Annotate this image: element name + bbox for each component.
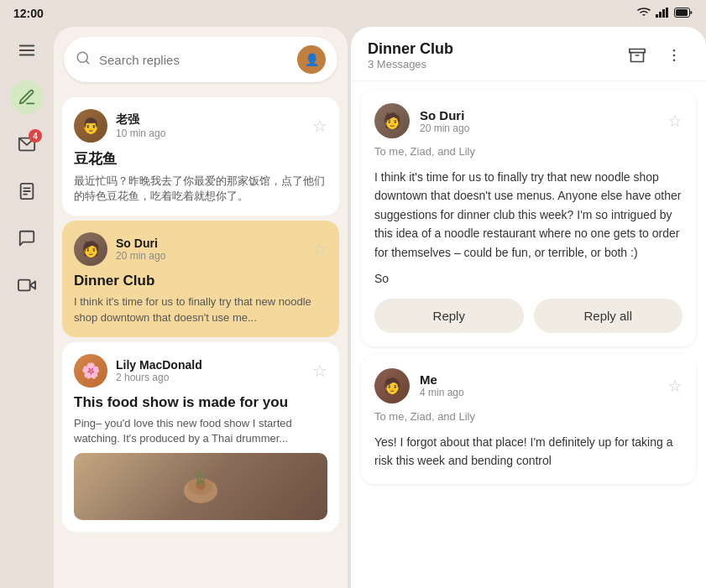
svg-line-18 xyxy=(86,60,88,63)
thread-actions xyxy=(622,40,689,70)
message-title: This food show is made for you xyxy=(74,394,327,411)
avatar: 🧑 xyxy=(374,103,410,138)
list-item[interactable]: 👨 老强 10 min ago ☆ 豆花鱼 最近忙吗？昨晚我去了你最爱的那家饭馆… xyxy=(62,97,339,216)
main-container: 4 xyxy=(0,27,706,588)
sidebar-item-menu[interactable] xyxy=(10,34,44,67)
svg-rect-6 xyxy=(676,9,688,16)
thread-message: 🧑 So Duri 20 min ago ☆ To me, Ziad, and … xyxy=(361,90,696,346)
search-bar: 👤 xyxy=(64,37,337,82)
message-title: Dinner Club xyxy=(74,273,327,289)
message-time: 2 hours ago xyxy=(116,372,304,383)
svg-rect-16 xyxy=(18,280,30,291)
svg-point-29 xyxy=(673,60,676,62)
avatar: 🌸 xyxy=(74,354,107,388)
svg-rect-3 xyxy=(662,9,665,18)
thread-message: 🧑 Me 4 min ago ☆ To me, Ziad, and Lily Y… xyxy=(361,355,696,484)
sidebar-item-mail[interactable]: 4 xyxy=(10,127,44,161)
message-preview: 最近忙吗？昨晚我去了你最爱的那家饭馆，点了他们的特色豆花鱼，吃着吃着就想你了。 xyxy=(74,174,327,204)
svg-rect-4 xyxy=(666,8,668,18)
star-button[interactable]: ☆ xyxy=(312,362,327,379)
list-item[interactable]: 🧑 So Duri 20 min ago ☆ Dinner Club I thi… xyxy=(62,221,339,336)
star-button[interactable]: ☆ xyxy=(667,112,682,129)
sender-name: Lily MacDonald xyxy=(116,358,304,372)
svg-point-28 xyxy=(673,55,676,57)
sender-name: 老强 xyxy=(116,112,304,127)
thread-body: Yes! I forgot about that place! I'm defi… xyxy=(374,433,682,471)
thread-sender: So Duri xyxy=(420,108,657,122)
search-icon xyxy=(76,50,91,69)
sidebar-item-notes[interactable] xyxy=(10,174,44,208)
user-avatar[interactable]: 👤 xyxy=(297,45,326,74)
message-time: 10 min ago xyxy=(116,127,304,139)
thread-recipients: To me, Ziad, and Lily xyxy=(374,410,682,423)
svg-rect-25 xyxy=(630,49,645,53)
star-button[interactable]: ☆ xyxy=(312,117,327,134)
thread-sender: Me xyxy=(420,372,657,387)
wifi-icon xyxy=(637,6,651,21)
search-input[interactable] xyxy=(99,53,289,67)
message-preview: Ping– you'd love this new food show I st… xyxy=(74,416,327,446)
thread-recipients: To me, Ziad, and Lily xyxy=(374,145,682,158)
mail-badge: 4 xyxy=(29,129,42,143)
svg-rect-1 xyxy=(656,14,658,18)
status-icons xyxy=(637,6,693,21)
message-preview: I think it's time for us to finally try … xyxy=(74,294,327,325)
battery-icon xyxy=(674,6,693,21)
reply-actions: Reply Reply all xyxy=(374,299,682,333)
archive-button[interactable] xyxy=(622,40,652,70)
thread-header: Dinner Club 3 Messages xyxy=(351,27,706,81)
list-item[interactable]: 🌸 Lily MacDonald 2 hours ago ☆ This food… xyxy=(62,342,339,532)
avatar: 👨 xyxy=(74,109,107,143)
avatar: 🧑 xyxy=(374,368,410,403)
avatar: 🧑 xyxy=(74,232,107,266)
thread-title: Dinner Club xyxy=(368,40,453,58)
message-list: 👨 老强 10 min ago ☆ 豆花鱼 最近忙吗？昨晚我去了你最爱的那家饭馆… xyxy=(54,89,348,588)
sidebar: 4 xyxy=(0,27,54,588)
thread-messages: 🧑 So Duri 20 min ago ☆ To me, Ziad, and … xyxy=(351,81,706,588)
reply-button[interactable]: Reply xyxy=(374,299,524,333)
status-bar: 12:00 xyxy=(0,0,706,27)
thread-count: 3 Messages xyxy=(368,58,453,70)
sender-name: So Duri xyxy=(116,237,304,250)
thread-time: 4 min ago xyxy=(420,387,657,398)
message-time: 20 min ago xyxy=(116,250,304,262)
thread-time: 20 min ago xyxy=(420,122,657,134)
star-button[interactable]: ☆ xyxy=(667,377,682,394)
svg-marker-0 xyxy=(642,14,646,16)
more-options-button[interactable] xyxy=(659,40,689,70)
svg-point-27 xyxy=(673,49,676,52)
thread-sign: So xyxy=(374,272,682,285)
star-button[interactable]: ☆ xyxy=(312,241,327,258)
thread-body: I think it's time for us to finally try … xyxy=(374,168,682,262)
signal-icon xyxy=(656,6,669,21)
right-panel: Dinner Club 3 Messages xyxy=(351,27,706,588)
reply-all-button[interactable]: Reply all xyxy=(534,299,683,333)
sidebar-item-chat[interactable] xyxy=(10,221,44,255)
svg-rect-2 xyxy=(659,12,662,18)
left-panel: 👤 👨 老强 10 min ago ☆ 豆花鱼 最近忙吗？昨晚我去了你最爱 xyxy=(54,27,348,588)
sidebar-item-compose[interactable] xyxy=(10,81,44,114)
message-title: 豆花鱼 xyxy=(74,149,327,169)
message-image xyxy=(74,453,327,520)
status-time: 12:00 xyxy=(13,7,44,20)
sidebar-item-video[interactable] xyxy=(10,268,44,302)
svg-marker-15 xyxy=(30,281,35,289)
